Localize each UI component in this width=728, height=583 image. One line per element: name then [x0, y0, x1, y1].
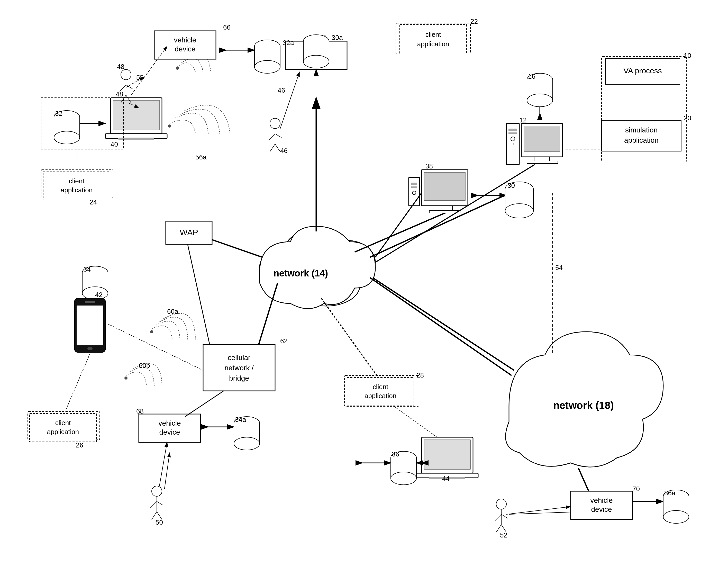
svg-line-36	[509, 512, 578, 514]
ref-40: 40	[110, 141, 118, 148]
person-52	[495, 499, 508, 532]
svg-rect-122	[527, 161, 558, 163]
svg-rect-45	[400, 24, 467, 54]
cnb-line1: cellular	[228, 354, 251, 361]
svg-rect-99	[113, 100, 159, 130]
network18-cloud	[505, 332, 663, 467]
svg-rect-124	[77, 305, 103, 346]
svg-rect-103	[424, 440, 470, 469]
svg-point-97	[663, 510, 689, 523]
ref-66: 66	[223, 23, 231, 31]
diagram: network (14) network (18)	[0, 0, 728, 583]
svg-point-57	[255, 60, 280, 73]
vd66-line2: device	[175, 45, 196, 53]
svg-point-127	[121, 70, 131, 80]
ref-48: 48	[116, 90, 123, 98]
svg-rect-125	[85, 301, 95, 303]
svg-line-142	[157, 502, 163, 505]
ref-46: 46	[280, 147, 288, 155]
svg-point-118	[512, 143, 514, 145]
ref-16: 16	[528, 73, 536, 80]
ref-38: 38	[425, 162, 433, 170]
ca28-line2: application	[365, 392, 396, 400]
va-label: VA process	[623, 66, 662, 75]
sim-line2: application	[624, 136, 658, 144]
vd68-line1: vehicle	[158, 419, 181, 427]
vd66-line1: vehicle	[174, 36, 196, 44]
network18-label: network (18)	[553, 400, 614, 411]
ref-36a: 36a	[664, 489, 676, 497]
ref-62: 62	[280, 337, 288, 345]
wap-label: WAP	[180, 228, 198, 237]
ref-55: 55	[136, 74, 144, 81]
diagram-svg: network (14) network (18)	[0, 0, 728, 583]
svg-rect-112	[411, 186, 417, 188]
svg-point-145	[496, 499, 506, 509]
ref-20: 20	[684, 114, 691, 122]
svg-rect-48	[347, 378, 414, 406]
ref-34a: 34a	[235, 415, 246, 423]
svg-point-62	[303, 55, 329, 68]
ref-46-label: 46	[278, 86, 285, 94]
svg-rect-107	[424, 172, 465, 201]
svg-line-137	[270, 144, 275, 152]
ref-28: 28	[416, 371, 424, 379]
svg-point-113	[412, 191, 416, 195]
svg-point-77	[234, 437, 260, 450]
ref-70: 70	[632, 485, 640, 493]
network14-label: network (14)	[274, 268, 328, 279]
svg-line-138	[275, 144, 280, 152]
svg-line-33	[280, 72, 300, 129]
ref-60a: 60a	[167, 308, 178, 315]
laptop-44	[416, 437, 478, 479]
svg-point-38	[176, 67, 179, 70]
person-50	[150, 486, 163, 519]
svg-line-147	[495, 514, 501, 521]
ref-26: 26	[76, 441, 83, 449]
ref-person-48: 48	[117, 63, 124, 71]
vd70-line2: device	[591, 505, 612, 513]
svg-line-155	[108, 324, 203, 370]
svg-point-117	[511, 137, 515, 141]
desktop-38	[409, 170, 468, 213]
svg-rect-120	[524, 126, 560, 152]
svg-point-40	[124, 377, 128, 380]
cnb-line3: bridge	[229, 374, 249, 382]
person-46	[269, 118, 282, 152]
svg-line-136	[275, 134, 282, 137]
svg-point-67	[54, 131, 80, 144]
ca22-line1: client	[425, 31, 441, 38]
svg-line-14	[370, 278, 512, 376]
svg-line-35	[164, 453, 170, 489]
vd70-line1: vehicle	[590, 496, 613, 504]
laptop-40	[105, 98, 167, 140]
signal-60a	[150, 313, 196, 339]
ca26-line2: application	[47, 428, 79, 436]
ref-68: 68	[136, 407, 144, 415]
ref-56a: 56a	[196, 153, 207, 161]
ref-22: 22	[470, 18, 478, 25]
svg-line-154	[64, 354, 90, 413]
svg-point-39	[150, 330, 153, 333]
ref-42: 42	[95, 291, 103, 299]
svg-rect-111	[411, 183, 417, 185]
ref-30: 30	[508, 182, 515, 189]
ref-60b: 60b	[139, 361, 150, 369]
ref-34: 34	[83, 265, 91, 273]
svg-point-82	[505, 204, 534, 218]
svg-line-161	[373, 278, 514, 370]
svg-line-15	[321, 298, 381, 381]
ref-30a: 30a	[332, 34, 343, 42]
svg-line-163	[131, 46, 167, 95]
ca22-line2: application	[417, 40, 449, 48]
ref-50: 50	[156, 518, 163, 526]
sim-line1: simulation	[625, 126, 657, 134]
ref-32: 32	[55, 109, 62, 117]
vd68-line2: device	[159, 428, 180, 436]
ref-32a: 32a	[283, 39, 294, 47]
cnb-line2: network /	[225, 364, 254, 372]
ca28-line1: client	[373, 383, 388, 391]
svg-line-135	[269, 134, 275, 140]
svg-rect-47	[30, 413, 96, 442]
signal-56a	[168, 105, 230, 134]
